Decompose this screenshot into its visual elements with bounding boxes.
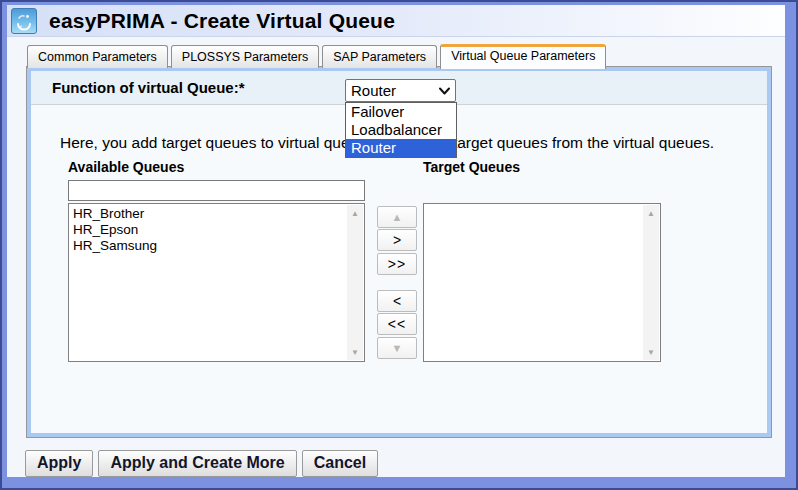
tab-sap-parameters[interactable]: SAP Parameters <box>322 45 437 68</box>
tab-virtual-queue-parameters[interactable]: Virtual Queue Parameters <box>440 44 606 69</box>
function-select-value: Router <box>351 82 396 99</box>
dropdown-option-loadbalancer[interactable]: Loadbalancer <box>346 121 456 139</box>
chevron-down-icon <box>439 87 450 95</box>
add-button[interactable]: > <box>377 229 417 251</box>
list-item[interactable]: HR_Epson <box>69 222 346 238</box>
dropdown-option-failover[interactable]: Failover <box>346 103 456 121</box>
target-queues-label: Target Queues <box>423 159 520 175</box>
cancel-button[interactable]: Cancel <box>302 450 378 477</box>
available-queues-filter-input[interactable] <box>68 180 365 201</box>
tab-strip: Common ParametersPLOSSYS ParametersSAP P… <box>7 41 785 66</box>
page-title: easyPRIMA - Create Virtual Queue <box>49 9 395 33</box>
scroll-up-icon[interactable] <box>347 205 363 221</box>
list-item[interactable]: HR_Samsung <box>69 238 346 254</box>
tab-plossys-parameters[interactable]: PLOSSYS Parameters <box>171 45 319 68</box>
target-queues-items <box>424 206 642 361</box>
tab-panel-content: Function of virtual Queue:* Here, you ad… <box>31 71 767 433</box>
move-down-button[interactable]: ▼ <box>377 337 417 359</box>
apply-button[interactable]: Apply <box>25 450 93 477</box>
footer-button-bar: Apply Apply and Create More Cancel <box>25 450 785 477</box>
target-queues-listbox[interactable] <box>423 203 661 362</box>
function-select[interactable]: Router <box>345 79 456 102</box>
available-queues-listbox[interactable]: HR_Brother HR_Epson HR_Samsung <box>68 203 365 362</box>
add-all-button[interactable]: >> <box>377 253 417 275</box>
scroll-up-icon[interactable] <box>643 205 659 221</box>
dialog-body: easyPRIMA - Create Virtual Queue Common … <box>7 5 785 477</box>
function-of-virtual-queue-label: Function of virtual Queue:* <box>52 71 245 105</box>
function-select-dropdown: Failover Loadbalancer Router <box>345 102 457 158</box>
app-logo-icon <box>11 8 37 34</box>
title-bar: easyPRIMA - Create Virtual Queue <box>7 5 785 37</box>
list-item[interactable]: HR_Brother <box>69 206 346 222</box>
apply-and-create-more-button[interactable]: Apply and Create More <box>98 450 296 477</box>
scroll-down-icon[interactable] <box>643 344 659 360</box>
remove-all-button[interactable]: << <box>377 313 417 335</box>
move-up-button[interactable]: ▲ <box>377 206 417 228</box>
tab-panel: Function of virtual Queue:* Here, you ad… <box>26 66 772 438</box>
dropdown-option-router[interactable]: Router <box>346 139 456 157</box>
scroll-down-icon[interactable] <box>347 344 363 360</box>
available-queues-scrollbar[interactable] <box>347 205 363 360</box>
remove-button[interactable]: < <box>377 290 417 312</box>
target-queues-scrollbar[interactable] <box>643 205 659 360</box>
available-queues-items: HR_Brother HR_Epson HR_Samsung <box>69 206 346 361</box>
available-queues-label: Available Queues <box>68 159 184 175</box>
tab-common-parameters[interactable]: Common Parameters <box>27 45 168 68</box>
dialog-window: easyPRIMA - Create Virtual Queue Common … <box>0 0 798 490</box>
